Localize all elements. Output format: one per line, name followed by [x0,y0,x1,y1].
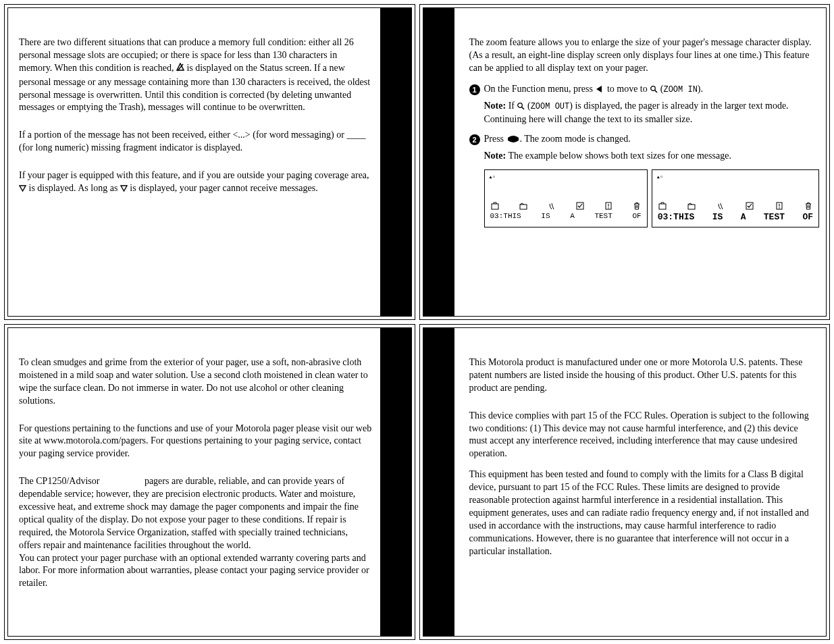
signal-icon [716,201,725,211]
fcc-conditions-para: This device complies with part 15 of the… [469,410,818,461]
signal-icon [547,201,556,211]
select-button-icon [506,134,520,147]
display-small-line: 03:THIS IS A TEST OF [489,211,643,221]
step-number-2: 2 [469,134,480,145]
zoom-intro: The zoom feature allows you to enlarge t… [469,36,820,75]
page-grid: There are two different situations that … [4,4,830,640]
note-label: Note: [484,101,506,111]
spine-bar [380,328,411,636]
panel-memory-full-content: There are two different situations that … [8,8,380,316]
alert-icon [604,201,613,211]
text: OF [802,211,813,223]
panel-zoom: The zoom feature allows you to enlarge t… [419,4,831,320]
text: 03:THIS [658,211,695,223]
display-indicator: ▴▫ [656,173,814,182]
text: 03:THIS [490,211,521,221]
text: If your pager is equipped with this feat… [19,170,369,180]
trash-icon [632,201,642,211]
svg-marker-2 [20,186,26,191]
antenna-down-icon [19,184,26,196]
svg-line-8 [522,107,525,109]
durability-para: The CP1250/Advisor pagers are durable, r… [19,475,372,552]
note-2: Note: The example below shows both text … [484,150,820,163]
text: is displayed. As long as [26,183,120,193]
step-2-body: Press . The zoom mode is changed. [484,133,820,147]
panel-care-content: To clean smudges and grime from the exte… [8,328,380,636]
check-icon [745,201,754,211]
svg-line-6 [655,90,658,92]
panel-regulatory: This Motorola product is manufactured un… [419,324,831,640]
text: On the Function menu, press [484,84,596,94]
text: IS [712,211,723,223]
step-1-body: On the Function menu, press to move to (… [484,83,820,97]
text: is displayed, your pager cannot receive … [128,183,318,193]
svg-rect-17 [659,204,666,209]
support-para: For questions pertaining to the function… [19,423,372,461]
spine-bar [423,8,454,316]
svg-point-22 [779,207,780,209]
svg-point-7 [518,103,523,107]
text: IS [541,211,550,221]
text: OF [632,211,641,221]
text: A [570,211,575,221]
memory-full-icon [176,63,184,76]
memory-full-para1: There are two different situations that … [19,36,372,114]
trash-icon [804,201,813,211]
note-label: Note: [484,151,506,161]
svg-point-14 [608,207,609,209]
text: A [741,211,746,223]
text: TEST [594,211,612,221]
inbox-icon [658,201,667,211]
svg-rect-10 [520,205,527,209]
out-of-range-para: If your pager is equipped with this feat… [19,169,372,196]
text: The example below shows both text sizes … [508,151,731,161]
patents-para: This Motorola product is manufactured un… [469,356,818,395]
alert-icon [775,201,784,211]
fcc-classb-para: This equipment has been tested and found… [469,468,818,558]
svg-point-5 [651,86,656,90]
spine-bar [423,328,454,636]
svg-marker-3 [121,186,127,191]
svg-rect-9 [492,204,498,209]
display-examples: ▴▫ 03:THIS IS A [484,169,820,227]
display-icon-row [656,201,814,211]
folder-icon [519,201,528,211]
display-large-line: 03:THIS IS A TEST OF [656,211,814,223]
step-2: 2 Press . The zoom mode is changed. [469,133,820,147]
display-large-text: ▴▫ 03:THIS IS A [652,169,819,227]
text: Press [484,134,506,144]
display-indicator: ▴▫ [489,173,643,182]
panel-memory-full: There are two different situations that … [4,4,415,320]
panel-regulatory-content: This Motorola product is manufactured un… [454,328,827,636]
text: ( [525,101,530,111]
text: ). [698,84,703,94]
display-icon-row [489,201,643,211]
check-icon [575,201,585,211]
cleaning-para: To clean smudges and grime from the exte… [19,356,372,408]
step-1: 1 On the Function menu, press to move to… [469,83,820,97]
note-1: Note: If (ZOOM OUT) is displayed, the pa… [484,100,820,127]
magnifier-icon [517,101,525,114]
text: . The zoom mode is changed. [520,134,631,144]
zoom-in-label: ZOOM IN [663,85,697,95]
step-number-1: 1 [469,84,480,95]
svg-rect-18 [688,205,695,209]
warranty-para: You can protect your pager purchase with… [19,552,372,591]
inbox-icon [490,201,500,211]
spine-bar [380,8,411,316]
left-arrow-icon [595,84,604,97]
text: If [509,101,517,111]
display-small-text: ▴▫ 03:THIS IS A [484,169,648,227]
antenna-down-icon [120,184,128,196]
zoom-out-label: ZOOM OUT [531,102,570,111]
text: to move to [604,84,650,94]
panel-zoom-content: The zoom feature allows you to enlarge t… [454,8,827,316]
folder-icon [687,201,696,211]
text: TEST [764,211,785,223]
panel-care: To clean smudges and grime from the exte… [4,324,415,640]
magnifier-icon [650,84,658,97]
missing-fragment-para: If a portion of the message has not been… [19,129,372,155]
svg-marker-4 [596,86,602,92]
